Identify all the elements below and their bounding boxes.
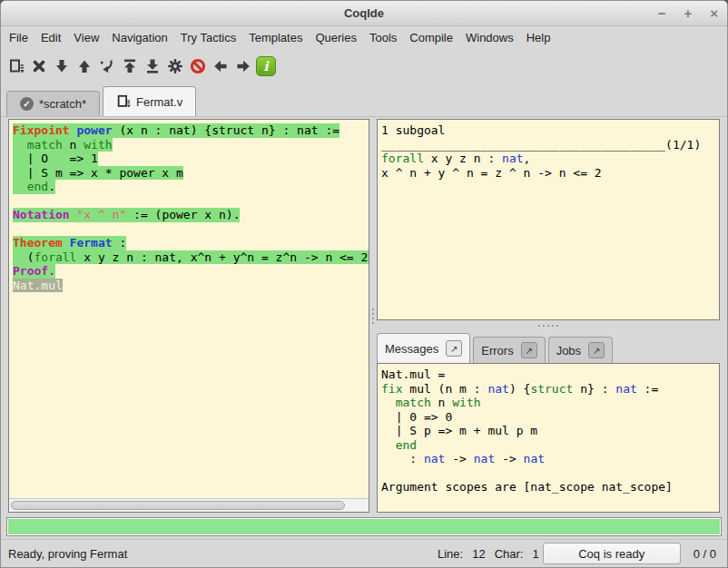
- interrupt-button[interactable]: [188, 54, 208, 79]
- goals-code: 1 subgoal_______________________________…: [378, 120, 719, 180]
- goto-cursor-button[interactable]: [97, 54, 117, 79]
- gear-icon: [167, 58, 183, 74]
- about-button[interactable]: i: [256, 54, 276, 79]
- document-tabbar: ✓ *scratch* Fermat.v: [1, 84, 727, 117]
- step-forward-button[interactable]: [52, 54, 72, 79]
- line-label: Line:: [438, 547, 463, 561]
- step-forward-icon: [54, 58, 70, 74]
- maximize-button[interactable]: +: [684, 6, 692, 20]
- messages-code: Nat.mul =fix mul (n m : nat) {struct n} …: [378, 364, 719, 495]
- horizontal-scrollbar[interactable]: [9, 498, 369, 512]
- menu-item-templates[interactable]: Templates: [242, 28, 309, 47]
- scrollbar-thumb[interactable]: [11, 501, 345, 510]
- script-code[interactable]: Fixpoint power (x n : nat) {struct n} : …: [9, 120, 369, 292]
- messages-panel[interactable]: Nat.mul =fix mul (n m : nat) {struct n} …: [377, 363, 720, 513]
- menu-item-navigation[interactable]: Navigation: [105, 28, 173, 47]
- detach-icon[interactable]: ↗: [588, 342, 605, 358]
- right-column: 1 subgoal_______________________________…: [377, 119, 720, 513]
- toolbar: i: [1, 48, 727, 84]
- tab-errors[interactable]: Errors ↗: [473, 337, 545, 363]
- detach-icon[interactable]: ↗: [446, 340, 462, 357]
- tab-label: Errors: [481, 344, 513, 357]
- menu-item-queries[interactable]: Queries: [309, 28, 363, 47]
- step-backward-icon: [76, 58, 93, 74]
- goto-cursor-icon: [99, 58, 115, 74]
- close-button[interactable]: ×: [710, 6, 718, 20]
- tab-fermat[interactable]: Fermat.v: [103, 86, 196, 116]
- menu-item-compile[interactable]: Compile: [403, 28, 459, 47]
- make-button[interactable]: [165, 54, 185, 79]
- horizontal-splitter[interactable]: [377, 320, 720, 330]
- save-button[interactable]: [6, 54, 26, 79]
- interrupt-icon: [190, 58, 206, 74]
- info-icon: i: [256, 56, 276, 76]
- window-title: CoqIde: [344, 6, 384, 20]
- tab-scratch[interactable]: ✓ *scratch*: [6, 91, 100, 116]
- window-controls: − + ×: [658, 1, 718, 25]
- status-message: Ready, proving Fermat: [8, 547, 127, 561]
- line-value: 12: [472, 547, 485, 561]
- tab-label: Messages: [385, 342, 438, 356]
- vertical-splitter[interactable]: [369, 119, 377, 513]
- close-icon: [31, 58, 47, 74]
- message-tabbar: Messages ↗ Errors ↗ Jobs ↗: [377, 330, 720, 363]
- coqide-window: CoqIde − + × File Edit View Navigation T…: [0, 0, 728, 568]
- save-page-icon: [116, 94, 131, 109]
- previous-button[interactable]: [211, 54, 231, 79]
- tab-jobs[interactable]: Jobs ↗: [548, 337, 613, 363]
- tab-label: Jobs: [556, 344, 581, 357]
- worker-counter: 0 / 0: [694, 547, 716, 561]
- menu-item-tools[interactable]: Tools: [363, 28, 403, 47]
- menu-item-file[interactable]: File: [3, 28, 34, 47]
- menubar: File Edit View Navigation Try Tactics Te…: [1, 26, 727, 48]
- close-buffer-button[interactable]: [29, 54, 49, 79]
- char-label: Char:: [495, 547, 524, 561]
- save-icon: [8, 58, 25, 74]
- back-arrow-icon: [212, 58, 229, 74]
- tab-messages[interactable]: Messages ↗: [377, 333, 470, 363]
- progress-bar: [6, 517, 722, 536]
- menu-item-help[interactable]: Help: [520, 28, 557, 47]
- titlebar[interactable]: CoqIde − + ×: [1, 1, 727, 26]
- check-circle-icon: ✓: [20, 97, 34, 111]
- progress-fill: [8, 519, 720, 534]
- goto-start-icon: [122, 58, 138, 74]
- goals-panel[interactable]: 1 subgoal_______________________________…: [377, 119, 720, 320]
- detach-icon[interactable]: ↗: [521, 342, 537, 358]
- next-button[interactable]: [233, 54, 253, 79]
- tab-label: *scratch*: [39, 97, 86, 111]
- menu-item-view[interactable]: View: [67, 28, 105, 47]
- tab-label: Fermat.v: [136, 95, 182, 109]
- restart-button[interactable]: [120, 54, 140, 79]
- menu-item-edit[interactable]: Edit: [34, 28, 67, 47]
- forward-arrow-icon: [235, 58, 251, 74]
- statusbar: Ready, proving Fermat Line: 12 Char: 1 C…: [1, 539, 727, 567]
- step-backward-button[interactable]: [74, 54, 94, 79]
- main-area: Fixpoint power (x n : nat) {struct n} : …: [1, 117, 727, 513]
- coq-status-button[interactable]: Coq is ready: [543, 543, 681, 564]
- goto-end-icon: [144, 58, 161, 74]
- char-value: 1: [532, 547, 538, 561]
- menu-item-windows[interactable]: Windows: [459, 28, 520, 47]
- menu-item-try-tactics[interactable]: Try Tactics: [174, 28, 242, 47]
- goto-end-button[interactable]: [143, 54, 162, 79]
- script-editor[interactable]: Fixpoint power (x n : nat) {struct n} : …: [8, 119, 369, 513]
- minimize-button[interactable]: −: [658, 6, 666, 20]
